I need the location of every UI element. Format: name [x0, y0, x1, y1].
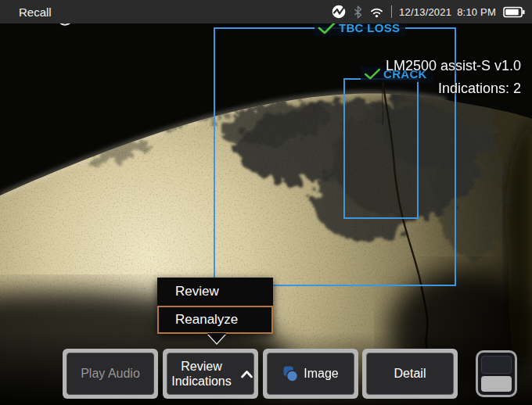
- status-divider: [391, 5, 392, 18]
- button-label: Image: [304, 367, 338, 381]
- assist-name: LM2500 assist-S v1.0: [386, 55, 521, 77]
- review-indications-button[interactable]: Review Indications: [167, 353, 254, 395]
- wifi-icon: [369, 6, 384, 18]
- button-label: Review Indications: [168, 359, 235, 389]
- review-indications-tile: Review Indications: [163, 349, 258, 399]
- image-stack-icon: [282, 365, 299, 382]
- indications-count: Indications: 2: [386, 77, 521, 100]
- image-tile: Image: [263, 349, 358, 399]
- play-audio-tile: Play Audio: [63, 349, 158, 399]
- check-icon: [364, 68, 381, 80]
- connect-icon: [331, 4, 347, 20]
- menu-pointer-arrow: [207, 333, 226, 343]
- chevron-up-icon: [240, 370, 253, 378]
- status-date: 12/13/2021: [399, 6, 451, 18]
- status-time: 8:10 PM: [457, 6, 496, 18]
- screen-split-toggle-button[interactable]: [476, 350, 517, 397]
- toggle-bottom-half: [481, 376, 512, 392]
- menu-item-reanalyze[interactable]: Reanalyze: [157, 306, 273, 334]
- status-icons: 12/13/2021 8:10 PM: [331, 0, 525, 23]
- status-bar: Recall 12/1: [0, 0, 532, 23]
- bluetooth-icon: [354, 5, 362, 19]
- page-title: Recall: [19, 5, 52, 19]
- detail-button[interactable]: Detail: [366, 353, 454, 395]
- menu-item-review[interactable]: Review: [157, 278, 273, 306]
- datetime: 12/13/2021 8:10 PM: [399, 6, 496, 18]
- image-button[interactable]: Image: [267, 353, 354, 395]
- battery-icon: [503, 6, 525, 18]
- play-audio-button[interactable]: Play Audio: [66, 353, 154, 395]
- toggle-top-half: [481, 356, 512, 374]
- detail-tile: Detail: [362, 349, 458, 399]
- context-menu: Review Reanalyze: [157, 278, 273, 334]
- assist-info: LM2500 assist-S v1.0 Indications: 2: [386, 55, 521, 100]
- device-screen: TBC LOSS CRACK LM2500 assist-S v1.0 Indi…: [0, 0, 532, 405]
